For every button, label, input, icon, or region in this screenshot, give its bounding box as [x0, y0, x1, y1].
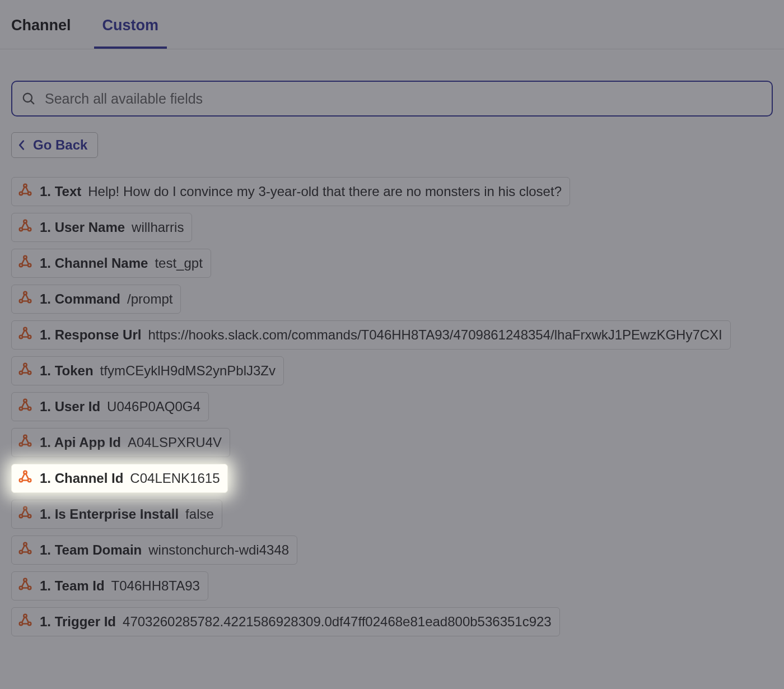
webhook-icon — [17, 612, 33, 631]
field-item[interactable]: 1. User IdU046P0AQ0G4 — [11, 392, 209, 421]
field-label: 1. Text — [40, 184, 81, 199]
webhook-icon — [17, 254, 33, 273]
webhook-icon — [17, 182, 33, 201]
search-input[interactable] — [45, 91, 763, 107]
field-value: /prompt — [127, 291, 172, 307]
webhook-icon — [17, 218, 33, 237]
field-item[interactable]: 1. User Namewillharris — [11, 213, 192, 242]
tabs-bar: Channel Custom — [0, 0, 784, 49]
field-list: 1. TextHelp! How do I convince my 3-year… — [11, 177, 773, 636]
field-item[interactable]: 1. Channel Nametest_gpt — [11, 249, 211, 278]
field-value: test_gpt — [155, 255, 202, 271]
field-label: 1. Api App Id — [40, 435, 121, 450]
field-value: T046HH8TA93 — [111, 578, 200, 594]
go-back-button[interactable]: Go Back — [11, 132, 98, 158]
field-label: 1. Response Url — [40, 327, 141, 343]
field-item[interactable]: 1. Is Enterprise Installfalse — [11, 500, 222, 529]
webhook-icon — [17, 469, 33, 488]
field-label: 1. Team Id — [40, 578, 105, 594]
field-label: 1. Channel Name — [40, 255, 148, 271]
field-item[interactable]: 1. Command/prompt — [11, 285, 181, 314]
field-item[interactable]: 1. Team Domainwinstonchurch-wdi4348 — [11, 536, 297, 565]
field-value: false — [185, 506, 214, 522]
webhook-icon — [17, 433, 33, 452]
field-item[interactable]: 1. TokentfymCEyklH9dMS2ynPblJ3Zv — [11, 356, 284, 385]
field-label: 1. User Name — [40, 220, 125, 235]
field-label: 1. Team Domain — [40, 542, 142, 558]
field-item[interactable]: 1. Trigger Id4703260285782.4221586928309… — [11, 607, 560, 636]
field-label: 1. Command — [40, 291, 120, 307]
search-field-wrapper[interactable] — [11, 81, 773, 117]
field-item[interactable]: 1. Response Urlhttps://hooks.slack.com/c… — [11, 320, 731, 350]
chevron-left-icon — [17, 139, 26, 151]
field-value: C04LENK1615 — [130, 471, 220, 486]
go-back-label: Go Back — [33, 137, 87, 153]
webhook-icon — [17, 541, 33, 560]
field-item[interactable]: 1. TextHelp! How do I convince my 3-year… — [11, 177, 570, 206]
field-value: A04LSPXRU4V — [128, 435, 222, 450]
tab-channel[interactable]: Channel — [11, 17, 71, 49]
field-value: tfymCEyklH9dMS2ynPblJ3Zv — [100, 363, 276, 379]
webhook-icon — [17, 361, 33, 380]
field-value: willharris — [132, 220, 184, 235]
field-value: U046P0AQ0G4 — [107, 399, 200, 415]
webhook-icon — [17, 290, 33, 309]
field-item[interactable]: 1. Team IdT046HH8TA93 — [11, 571, 208, 600]
field-item[interactable]: 1. Api App IdA04LSPXRU4V — [11, 428, 230, 457]
field-value: https://hooks.slack.com/commands/T046HH8… — [148, 327, 722, 343]
field-value: Help! How do I convince my 3-year-old th… — [88, 184, 562, 199]
svg-line-1 — [31, 101, 34, 104]
webhook-icon — [17, 505, 33, 524]
field-label: 1. Is Enterprise Install — [40, 506, 179, 522]
field-label: 1. User Id — [40, 399, 100, 415]
field-value: 4703260285782.4221586928309.0df47ff02468… — [123, 614, 552, 630]
tab-custom[interactable]: Custom — [102, 17, 159, 49]
webhook-icon — [17, 325, 33, 344]
webhook-icon — [17, 576, 33, 595]
webhook-icon — [17, 397, 33, 416]
field-value: winstonchurch-wdi4348 — [148, 542, 289, 558]
field-label: 1. Channel Id — [40, 471, 123, 486]
search-icon — [21, 91, 36, 106]
field-label: 1. Token — [40, 363, 94, 379]
field-label: 1. Trigger Id — [40, 614, 116, 630]
field-item[interactable]: 1. Channel IdC04LENK1615 — [11, 464, 228, 493]
